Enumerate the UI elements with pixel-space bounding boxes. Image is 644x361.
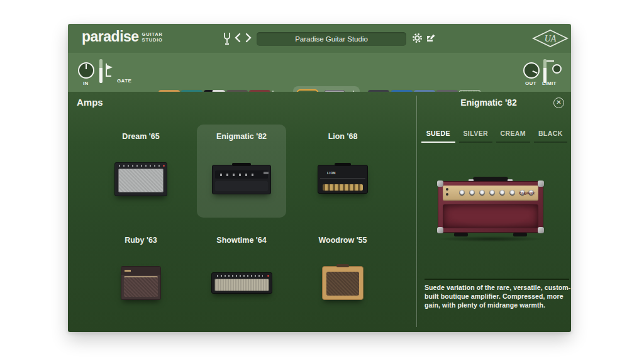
amp-name: Showtime '64 — [216, 236, 266, 245]
detail-amp-image: Enigmatic — [438, 177, 543, 242]
amp-description: Suede variation of the rare, versatile, … — [425, 284, 571, 310]
screenshot-stage: paradise GUITAR STUDIO Paradise Guitar — [0, 0, 644, 361]
amp-thumbnail-ruby — [121, 266, 161, 300]
lion-badge: LION — [327, 171, 336, 175]
amp-card-showtime[interactable]: Showtime '64 — [197, 228, 286, 321]
amp-card-dream[interactable]: Dream '65 — [96, 125, 186, 218]
amp-grille — [443, 204, 538, 228]
ua-logo[interactable]: UA — [532, 29, 569, 48]
plugin-window: paradise GUITAR STUDIO Paradise Guitar — [68, 24, 571, 332]
amp-thumbnail-showtime — [211, 272, 272, 294]
output-knob[interactable] — [523, 62, 540, 79]
amp-control-panel: Enigmatic — [443, 186, 538, 201]
preset-display[interactable]: Paradise Guitar Studio — [257, 32, 406, 46]
next-preset-button[interactable] — [245, 33, 257, 47]
amps-panel-title: Amps — [77, 97, 103, 108]
header-bar: paradise GUITAR STUDIO Paradise Guitar — [68, 24, 571, 53]
gate-slider[interactable] — [99, 59, 103, 83]
tab-silver[interactable]: SILVER — [459, 130, 493, 143]
tuner-icon[interactable] — [221, 31, 233, 45]
main-area: Amps Dream '65 Enigmatic '82 — [68, 92, 571, 332]
amp-name: Enigmatic '82 — [216, 132, 267, 141]
amp-body: Enigmatic — [438, 181, 543, 233]
amp-thumbnail-woodrow — [322, 266, 364, 300]
panel-divider — [416, 96, 417, 327]
output-label: OUT — [525, 81, 536, 86]
amp-card-enigmatic[interactable]: Enigmatic '82 — [197, 125, 286, 218]
description-divider — [425, 279, 569, 280]
amp-logo-badge: Enigmatic — [519, 191, 535, 195]
amp-name: Dream '65 — [122, 132, 159, 141]
signal-chain-strip: IN GATE — [68, 53, 571, 92]
preset-name: Paradise Guitar Studio — [295, 35, 368, 43]
brand-subtitle: GUITAR STUDIO — [142, 32, 163, 43]
edit-icon[interactable] — [426, 33, 438, 47]
variation-tabs: SUEDE SILVER CREAM BLACK — [421, 130, 567, 143]
input-label: IN — [83, 81, 89, 86]
close-icon[interactable]: ✕ — [553, 97, 564, 108]
amp-thumbnail-enigmatic — [212, 165, 271, 194]
tab-black[interactable]: BLACK — [534, 130, 568, 143]
svg-text:UA: UA — [545, 34, 557, 43]
input-knob[interactable] — [78, 62, 94, 79]
amp-name: Lion '68 — [328, 132, 358, 141]
gate-icon — [105, 62, 116, 79]
amp-card-lion[interactable]: Lion '68 LION — [298, 125, 387, 218]
limit-slider[interactable] — [543, 59, 547, 83]
gear-icon[interactable] — [412, 33, 425, 47]
amp-card-ruby[interactable]: Ruby '63 — [96, 228, 186, 321]
gate-label: GATE — [117, 78, 131, 84]
tab-cream[interactable]: CREAM — [496, 130, 530, 143]
brand-logo: paradise GUITAR STUDIO — [82, 30, 163, 44]
amp-thumbnail-dream — [114, 162, 167, 196]
amp-name: Ruby '63 — [125, 236, 157, 245]
detail-panel-title: Enigmatic '82 — [416, 97, 561, 108]
limit-label: LIMIT — [542, 81, 557, 86]
amp-card-woodrow[interactable]: Woodrow '55 — [298, 228, 387, 321]
amp-thumbnail-lion: LION — [318, 165, 368, 194]
tab-suede[interactable]: SUEDE — [421, 130, 455, 143]
brand-name: paradise — [82, 30, 139, 44]
amp-name: Woodrow '55 — [318, 236, 367, 245]
limit-link-line — [547, 60, 554, 62]
limit-knob[interactable] — [552, 64, 562, 74]
